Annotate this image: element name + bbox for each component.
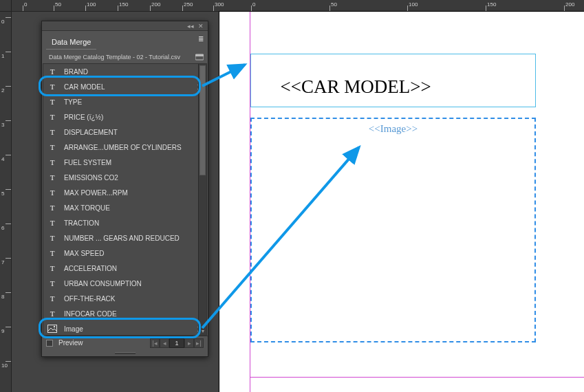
panel-tabs: Data Merge ≣ [42,31,208,50]
page-number[interactable]: 1 [169,338,184,348]
field-name: PRICE (ï¿½) [64,113,103,121]
last-page-button[interactable]: ▸| [194,338,204,348]
field-item[interactable]: TTYPE [43,94,206,109]
field-name: MAX POWER...RPM [64,189,128,197]
svg-point-3 [54,326,55,327]
field-name: DISPLACEMENT [64,129,118,136]
image-frame-placeholder: <<Image>> [252,123,534,135]
text-field-icon: T [47,309,57,318]
panel-header[interactable]: ◂◂ ✕ [42,21,208,31]
text-frame-car-model[interactable]: <<CAR MODEL>> [250,54,536,107]
text-field-icon: T [47,248,57,258]
field-name: FUEL SYSTEM [64,159,111,166]
text-field-icon: T [47,97,57,107]
text-field-icon: T [47,127,57,137]
data-source-label: Data Merge Catalog Template - 02 - Tutor… [49,54,191,61]
text-field-icon: T [47,279,57,288]
text-field-icon: T [47,142,57,152]
scrollbar-thumb[interactable] [199,65,206,175]
svg-rect-1 [195,54,204,56]
preview-label: Preview [58,339,83,347]
panel-menu-icon[interactable]: ≣ [198,35,204,50]
field-item[interactable]: TMAX POWER...RPM [43,185,206,200]
document-page[interactable]: <<CAR MODEL>> <<Image>> [219,12,584,392]
text-field-icon: T [47,157,57,167]
scroll-down-icon[interactable]: ▾ [199,327,206,335]
text-field-icon: T [47,67,57,76]
field-item[interactable]: TOFF-THE-RACK [43,291,206,306]
field-name: INFOCAR CODE [64,310,117,318]
tab-label: Data Merge [52,38,91,46]
ruler-horizontal: 050100150200250300050100150200 [12,0,584,12]
field-name: CAR MODEL [64,83,105,91]
tab-data-merge[interactable]: Data Merge [46,35,96,50]
field-name: Image [64,325,83,333]
text-field-icon: T [47,233,57,243]
text-field-icon: T [47,173,57,182]
field-item[interactable]: TARRANGE...UMBER OF CYLINDERS [43,140,206,155]
field-item[interactable]: TURBAN CONSUMPTION [43,276,206,291]
field-item[interactable]: TDISPLACEMENT [43,124,206,140]
preview-checkbox[interactable] [46,340,53,347]
text-field-icon: T [47,294,57,303]
field-item[interactable]: TBRAND [43,64,206,79]
text-frame-placeholder: <<CAR MODEL>> [281,76,431,97]
collapse-icon[interactable]: ◂◂ [187,23,194,30]
next-page-button[interactable]: ▸ [184,338,194,348]
first-page-button[interactable]: |◂ [150,338,160,348]
text-field-icon: T [47,112,57,122]
field-item[interactable]: TTRACTION [43,215,206,230]
close-icon[interactable]: ✕ [198,23,204,30]
field-item[interactable]: TMAX TORQUE [43,200,206,215]
field-item[interactable]: TFUEL SYSTEM [43,155,206,170]
field-name: MAX SPEED [64,250,104,257]
text-field-icon: T [47,203,57,213]
text-field-icon: T [47,218,57,228]
data-merge-panel: ◂◂ ✕ Data Merge ≣ Data Merge Catalog Tem… [41,21,208,357]
field-item[interactable]: TACCELERATION [43,261,206,276]
field-name: BRAND [64,68,88,76]
field-name: EMISSIONS CO2 [64,174,118,182]
field-item[interactable]: TCAR MODEL1 [43,79,206,94]
text-field-icon: T [47,82,57,91]
field-name: URBAN CONSUMPTION [64,280,142,287]
ruler-corner [0,0,12,12]
ruler-vertical: 01234567891011 [0,12,12,392]
field-item[interactable]: TEMISSIONS CO2 [43,170,206,185]
field-name: ACCELERATION [64,265,117,272]
data-source-icon [195,54,204,61]
panel-footer: Preview |◂ ◂ 1 ▸ ▸| [42,336,208,349]
field-list: TBRANDTCAR MODEL1TTYPETPRICE (ï¿½)TDISPL… [43,63,207,336]
svg-rect-2 [48,325,57,333]
text-field-icon: T [47,263,57,273]
field-name: MAX TORQUE [64,204,110,212]
data-source-row[interactable]: Data Merge Catalog Template - 02 - Tutor… [42,50,208,63]
margin-guide-horizontal [250,377,584,378]
field-name: TYPE [64,98,82,106]
panel-resize-grip[interactable] [42,349,208,356]
image-frame[interactable]: <<Image>> [250,118,536,342]
prev-page-button[interactable]: ◂ [160,338,169,348]
field-name: ARRANGE...UMBER OF CYLINDERS [64,144,182,151]
field-item[interactable]: TPRICE (ï¿½) [43,109,206,124]
field-name: NUMBER ... GEARS AND REDUCED [64,235,180,242]
field-item[interactable]: TNUMBER ... GEARS AND REDUCED [43,230,206,246]
pager: |◂ ◂ 1 ▸ ▸| [150,338,204,348]
scrollbar[interactable]: ▾ [198,64,206,335]
image-field-icon [47,324,57,334]
text-field-icon: T [47,188,57,197]
field-item[interactable]: TMAX SPEED [43,246,206,261]
field-name: OFF-THE-RACK [64,295,115,303]
field-item[interactable]: Image1 [43,321,206,336]
field-name: TRACTION [64,219,99,227]
field-item[interactable]: TINFOCAR CODE [43,306,206,321]
